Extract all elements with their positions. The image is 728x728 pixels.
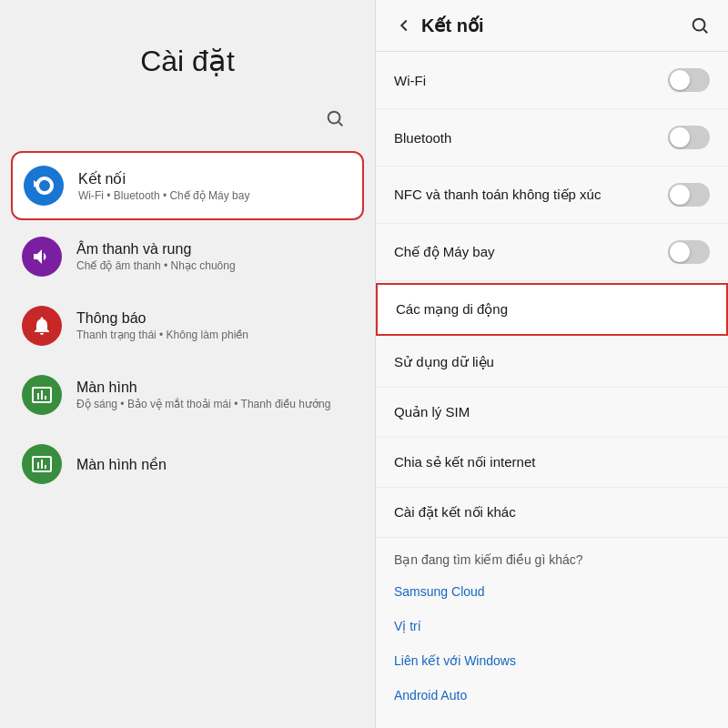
right-panel-title: Kết nối (421, 15, 483, 36)
red-icon (22, 306, 62, 346)
suggestion-link-text: Vị trí (394, 619, 421, 633)
settings-item-thong-bao[interactable]: Thông báoThanh trạng thái • Không làm ph… (11, 293, 364, 359)
item-subtitle: Chế độ âm thanh • Nhạc chuông (76, 259, 236, 272)
search-row (0, 100, 375, 151)
blue-icon (24, 166, 64, 206)
search-button[interactable] (317, 100, 353, 136)
left-header: Cài đặt (0, 0, 375, 100)
right-item-label: Chế độ Máy bay (394, 244, 495, 260)
settings-item-man-hinh[interactable]: Màn hìnhĐộ sáng • Bảo vệ mắt thoải mái •… (11, 362, 364, 428)
page-title: Cài đặt (140, 44, 235, 78)
right-item-label: Quản lý SIM (394, 404, 470, 420)
suggestions-section-header: Bạn đang tìm kiếm điều gì khác? (376, 538, 728, 574)
suggestion-link-text: Liên kết với Windows (394, 653, 516, 668)
left-panel: Cài đặt Kết nốiWi-Fi • Bluetooth • Chế đ… (0, 0, 375, 728)
right-item-label: NFC và thanh toán không tiếp xúc (394, 187, 601, 203)
item-subtitle: Độ sáng • Bảo vệ mắt thoải mái • Thanh đ… (76, 398, 330, 410)
svg-line-1 (339, 122, 342, 126)
item-title: Màn hình nền (76, 456, 167, 473)
item-title: Thông báo (76, 310, 248, 327)
suggestion-link-text: Android Auto (394, 688, 467, 703)
right-item-su-dung-du-lieu[interactable]: Sử dụng dữ liệu (376, 338, 728, 388)
settings-item-am-thanh[interactable]: Âm thanh và rungChế độ âm thanh • Nhạc c… (11, 224, 364, 289)
right-item-label: Cài đặt kết nối khác (394, 504, 516, 521)
right-panel: Kết nối Wi-FiBluetoothNFC và thanh toán … (375, 0, 728, 728)
right-item-nfc[interactable]: NFC và thanh toán không tiếp xúc (376, 167, 728, 224)
toggle-nfc[interactable] (668, 183, 710, 207)
suggestion-link-android-auto[interactable]: Android Auto (376, 678, 728, 713)
settings-item-ket-noi[interactable]: Kết nốiWi-Fi • Bluetooth • Chế độ Máy ba… (11, 151, 364, 220)
right-item-label: Bluetooth (394, 130, 451, 146)
item-subtitle: Thanh trạng thái • Không làm phiền (76, 329, 248, 341)
right-item-chia-se[interactable]: Chia sẻ kết nối internet (376, 438, 728, 488)
settings-item-man-hinh-nen[interactable]: Màn hình nền (11, 431, 364, 497)
suggestion-link-lien-ket-windows[interactable]: Liên kết với Windows (376, 643, 728, 678)
suggestion-link-vi-tri[interactable]: Vị trí (376, 609, 728, 643)
right-item-quan-ly-sim[interactable]: Quản lý SIM (376, 388, 728, 438)
right-item-mang-di-dong[interactable]: Các mạng di động (376, 283, 728, 336)
svg-point-0 (329, 112, 340, 124)
right-header: Kết nối (376, 0, 728, 52)
purple-icon (22, 237, 62, 277)
toggle-may-bay[interactable] (668, 240, 710, 264)
right-item-label: Các mạng di động (396, 301, 508, 318)
right-item-label: Sử dụng dữ liệu (394, 354, 494, 370)
right-item-cai-dat-khac[interactable]: Cài đặt kết nối khác (376, 488, 728, 538)
toggle-bluetooth[interactable] (668, 126, 710, 149)
right-item-may-bay[interactable]: Chế độ Máy bay (376, 224, 728, 281)
right-list: Wi-FiBluetoothNFC và thanh toán không ti… (376, 52, 728, 728)
back-button[interactable] (394, 15, 414, 35)
green-icon (22, 444, 62, 484)
toggle-wifi[interactable] (668, 68, 710, 92)
right-header-left: Kết nối (394, 15, 483, 36)
item-title: Kết nối (78, 170, 249, 187)
svg-point-2 (693, 19, 705, 31)
suggestion-link-samsung-cloud[interactable]: Samsung Cloud (376, 574, 728, 609)
right-item-label: Chia sẻ kết nối internet (394, 454, 535, 470)
settings-list: Kết nốiWi-Fi • Bluetooth • Chế độ Máy ba… (0, 151, 375, 728)
right-item-wifi[interactable]: Wi-Fi (376, 52, 728, 109)
svg-line-3 (703, 29, 707, 33)
item-subtitle: Wi-Fi • Bluetooth • Chế độ Máy bay (78, 189, 249, 202)
suggestion-link-text: Samsung Cloud (394, 584, 485, 599)
right-search-button[interactable] (690, 15, 710, 35)
right-item-label: Wi-Fi (394, 73, 426, 88)
item-title: Âm thanh và rung (76, 241, 236, 258)
item-title: Màn hình (76, 379, 330, 396)
right-item-bluetooth[interactable]: Bluetooth (376, 109, 728, 167)
green-icon (22, 375, 62, 415)
